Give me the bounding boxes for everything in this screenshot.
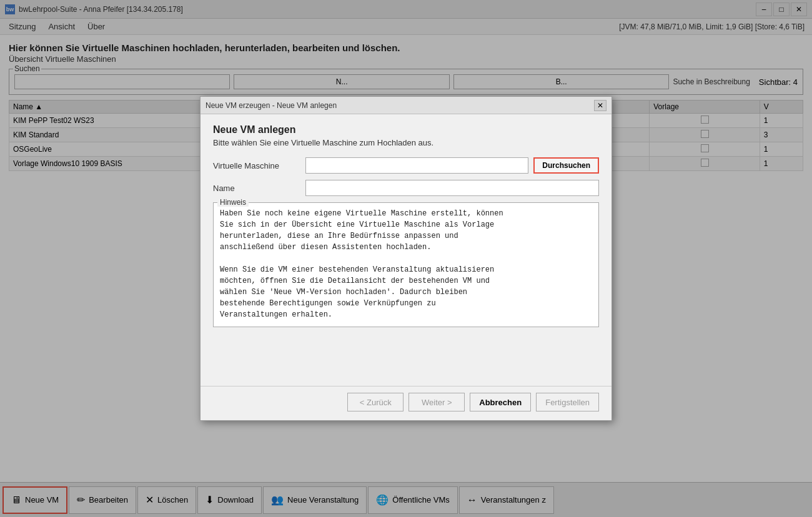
modal-title: Neue VM erzeugen - Neue VM anlegen — [205, 101, 337, 110]
modal-body: Neue VM anlegen Bitte wählen Sie eine Vi… — [201, 114, 611, 386]
modal-titlebar: Neue VM erzeugen - Neue VM anlegen ✕ — [201, 97, 611, 114]
vm-name-label: Name — [213, 184, 300, 193]
modal-footer: < Zurück Weiter > Abbrechen Fertigstelle… — [201, 386, 611, 420]
vm-file-label: Virtuelle Maschine — [213, 161, 300, 170]
browse-button[interactable]: Durchsuchen — [533, 157, 599, 174]
cancel-button[interactable]: Abbrechen — [470, 393, 531, 411]
vm-file-row: Virtuelle Maschine Durchsuchen — [213, 157, 599, 174]
hinweis-section: Hinweis Haben Sie noch keine eigene Virt… — [213, 202, 599, 327]
modal-dialog: Neue VM erzeugen - Neue VM anlegen ✕ Neu… — [200, 96, 612, 421]
hinweis-label: Hinweis — [217, 198, 249, 207]
modal-overlay: Neue VM erzeugen - Neue VM anlegen ✕ Neu… — [0, 0, 812, 517]
next-button[interactable]: Weiter > — [408, 393, 465, 411]
hinweis-text: Haben Sie noch keine eigene Virtuelle Ma… — [220, 208, 592, 320]
vm-name-row: Name — [213, 180, 599, 196]
back-button[interactable]: < Zurück — [347, 393, 404, 411]
modal-subheading: Bitte wählen Sie eine Virtuelle Maschine… — [213, 138, 599, 147]
finish-button[interactable]: Fertigstellen — [536, 393, 599, 411]
modal-close-button[interactable]: ✕ — [594, 100, 607, 111]
vm-file-input[interactable] — [305, 157, 528, 174]
vm-name-input[interactable] — [305, 180, 599, 196]
modal-heading: Neue VM anlegen — [213, 124, 599, 135]
